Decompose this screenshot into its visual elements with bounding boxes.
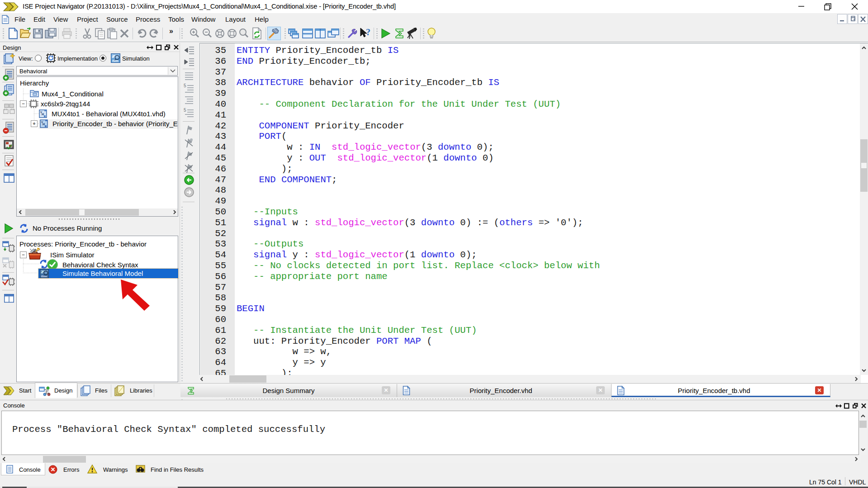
svg-text:ISim: ISim <box>41 275 47 278</box>
svg-text:5: 5 <box>184 83 186 88</box>
svg-text:ISim: ISim <box>112 59 119 62</box>
svg-text:5: 5 <box>184 108 186 113</box>
svg-text:H: H <box>42 113 44 116</box>
svg-text:?: ? <box>366 27 370 37</box>
svg-text:H: H <box>43 123 45 126</box>
